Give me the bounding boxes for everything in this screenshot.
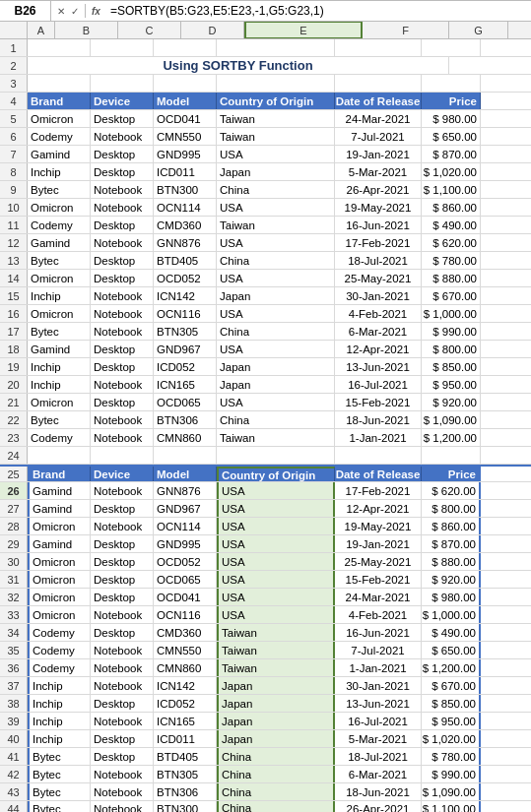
cell-b5[interactable]: Omicron (28, 110, 91, 127)
cell-g26[interactable]: $ 620.00 (422, 482, 481, 499)
cell-g11[interactable]: $ 490.00 (422, 217, 481, 233)
cell-g7[interactable]: $ 870.00 (422, 146, 481, 162)
cell-f40[interactable]: 5-Mar-2021 (335, 730, 422, 747)
cell-d25-header[interactable]: Model (154, 467, 217, 481)
cell-d37[interactable]: ICN142 (154, 677, 217, 694)
cell-d12[interactable]: GNN876 (154, 234, 217, 251)
col-header-c[interactable]: C (118, 22, 181, 38)
cell-b15[interactable]: Inchip (28, 287, 91, 304)
cell-d26[interactable]: GNN876 (154, 482, 217, 499)
cell-g24[interactable] (422, 447, 481, 464)
cell-e16[interactable]: USA (217, 305, 335, 322)
cell-g19[interactable]: $ 850.00 (422, 358, 481, 375)
cell-g40[interactable]: $ 1,020.00 (422, 730, 481, 747)
cell-f24[interactable] (335, 447, 422, 464)
cell-b36[interactable]: Codemy (28, 659, 91, 676)
cell-g12[interactable]: $ 620.00 (422, 234, 481, 251)
cell-b42[interactable]: Bytec (28, 766, 91, 782)
cell-e4-header[interactable]: Country of Origin (217, 93, 335, 109)
cell-d35[interactable]: CMN550 (154, 642, 217, 658)
cell-e24[interactable] (217, 447, 335, 464)
cell-c37[interactable]: Notebook (91, 677, 154, 694)
cell-e36[interactable]: Taiwan (217, 659, 335, 676)
cell-f16[interactable]: 4-Feb-2021 (335, 305, 422, 322)
cell-c8[interactable]: Desktop (91, 163, 154, 180)
cell-c39[interactable]: Notebook (91, 713, 154, 729)
cell-f42[interactable]: 6-Mar-2021 (335, 766, 422, 782)
cell-b17[interactable]: Bytec (28, 323, 91, 340)
cell-f17[interactable]: 6-Mar-2021 (335, 323, 422, 340)
cell-c13[interactable]: Desktop (91, 252, 154, 269)
cell-b4-header[interactable]: Brand (28, 93, 91, 109)
cell-b2-title[interactable]: Using SORTBY Function (28, 57, 449, 74)
cell-c42[interactable]: Notebook (91, 766, 154, 782)
cell-g9[interactable]: $ 1,100.00 (422, 181, 481, 198)
cell-b38[interactable]: Inchip (28, 695, 91, 712)
cell-d18[interactable]: GND967 (154, 341, 217, 357)
cell-e18[interactable]: USA (217, 341, 335, 357)
cell-b9[interactable]: Bytec (28, 181, 91, 198)
cell-b28[interactable]: Omicron (28, 518, 91, 534)
cell-e14[interactable]: USA (217, 270, 335, 286)
cell-c28[interactable]: Notebook (91, 518, 154, 534)
cell-g43[interactable]: $ 1,090.00 (422, 783, 481, 800)
cell-c12[interactable]: Notebook (91, 234, 154, 251)
cell-c41[interactable]: Desktop (91, 748, 154, 765)
cell-e5[interactable]: Taiwan (217, 110, 335, 127)
cell-e12[interactable]: USA (217, 234, 335, 251)
cell-f25-header[interactable]: Date of Release (335, 467, 422, 481)
cell-f31[interactable]: 15-Feb-2021 (335, 571, 422, 588)
col-header-g[interactable]: G (449, 22, 508, 38)
cell-c14[interactable]: Desktop (91, 270, 154, 286)
cell-f38[interactable]: 13-Jun-2021 (335, 695, 422, 712)
cell-g4-header[interactable]: Price (422, 93, 481, 109)
cell-g31[interactable]: $ 920.00 (422, 571, 481, 588)
cell-c10[interactable]: Notebook (91, 199, 154, 216)
cancel-icon[interactable]: ✕ (55, 6, 67, 17)
cell-g10[interactable]: $ 860.00 (422, 199, 481, 216)
cell-g5[interactable]: $ 980.00 (422, 110, 481, 127)
cell-c36[interactable]: Notebook (91, 659, 154, 676)
cell-e19[interactable]: Japan (217, 358, 335, 375)
cell-b18[interactable]: Gamind (28, 341, 91, 357)
cell-f43[interactable]: 18-Jun-2021 (335, 783, 422, 800)
cell-b30[interactable]: Omicron (28, 553, 91, 570)
cell-c44[interactable]: Notebook (91, 801, 154, 812)
cell-d5[interactable]: OCD041 (154, 110, 217, 127)
cell-c40[interactable]: Desktop (91, 730, 154, 747)
cell-g13[interactable]: $ 780.00 (422, 252, 481, 269)
cell-e21[interactable]: USA (217, 394, 335, 410)
cell-c23[interactable]: Notebook (91, 429, 154, 446)
cell-f20[interactable]: 16-Jul-2021 (335, 376, 422, 393)
cell-b31[interactable]: Omicron (28, 571, 91, 588)
cell-e26[interactable]: USA (217, 482, 335, 499)
cell-g18[interactable]: $ 800.00 (422, 341, 481, 357)
cell-e28[interactable]: USA (217, 518, 335, 534)
cell-b19[interactable]: Inchip (28, 358, 91, 375)
cell-b14[interactable]: Omicron (28, 270, 91, 286)
cell-f21[interactable]: 15-Feb-2021 (335, 394, 422, 410)
cell-b37[interactable]: Inchip (28, 677, 91, 694)
cell-f29[interactable]: 19-Jan-2021 (335, 535, 422, 552)
cell-g21[interactable]: $ 920.00 (422, 394, 481, 410)
cell-e35[interactable]: Taiwan (217, 642, 335, 658)
cell-d44[interactable]: BTN300 (154, 801, 217, 812)
cell-g41[interactable]: $ 780.00 (422, 748, 481, 765)
cell-e15[interactable]: Japan (217, 287, 335, 304)
cell-b11[interactable]: Codemy (28, 217, 91, 233)
cell-e13[interactable]: China (217, 252, 335, 269)
cell-c17[interactable]: Notebook (91, 323, 154, 340)
cell-b33[interactable]: Omicron (28, 606, 91, 623)
cell-g34[interactable]: $ 490.00 (422, 624, 481, 641)
cell-f12[interactable]: 17-Feb-2021 (335, 234, 422, 251)
cell-d42[interactable]: BTN305 (154, 766, 217, 782)
cell-f23[interactable]: 1-Jan-2021 (335, 429, 422, 446)
cell-g30[interactable]: $ 880.00 (422, 553, 481, 570)
col-header-a[interactable]: A (28, 22, 55, 38)
cell-c29[interactable]: Desktop (91, 535, 154, 552)
cell-d1[interactable] (154, 39, 217, 56)
cell-g27[interactable]: $ 800.00 (422, 500, 481, 517)
cell-f22[interactable]: 18-Jun-2021 (335, 411, 422, 428)
cell-f5[interactable]: 24-Mar-2021 (335, 110, 422, 127)
cell-g36[interactable]: $ 1,200.00 (422, 659, 481, 676)
